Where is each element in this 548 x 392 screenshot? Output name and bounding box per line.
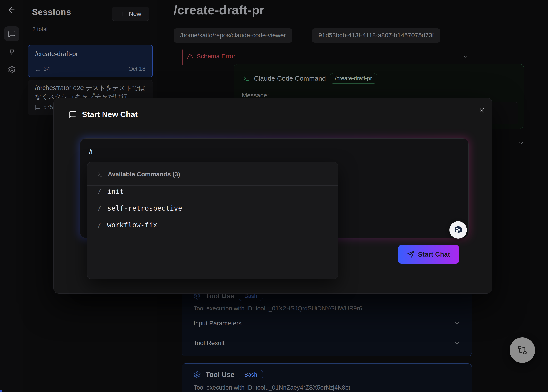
start-chat-label: Start Chat <box>418 251 450 258</box>
close-icon <box>478 107 485 114</box>
app-root: Sessions New 2 total /create-draft-pr 34… <box>0 0 548 392</box>
input-parameters-section[interactable]: Input Parameters <box>194 320 460 327</box>
modal-title: Start New Chat <box>82 110 138 119</box>
back-button[interactable] <box>6 4 17 16</box>
share-chat-icon <box>453 225 463 235</box>
command-badge: /create-draft-pr <box>330 73 377 84</box>
session-message-count: 34 <box>35 65 50 72</box>
tool-execution-id: Tool execution with ID: toolu_01NnZaey4r… <box>194 384 350 391</box>
start-new-chat-modal: Start New Chat /i Available Commands (3)… <box>53 98 492 294</box>
session-count-value: 575 <box>43 104 53 111</box>
sessions-divider <box>23 42 157 42</box>
command-item-self-retrospective[interactable]: / self-retrospective <box>98 204 182 212</box>
session-count-value: 34 <box>44 65 50 72</box>
arrow-left-icon <box>7 5 16 14</box>
chat-bubble-icon <box>35 104 41 110</box>
slash-prefix: / <box>98 188 101 195</box>
slash-prefix: / <box>98 204 101 212</box>
rail-divider <box>0 22 23 22</box>
message-input-value: /i <box>89 147 92 155</box>
chat-bubble-icon <box>8 30 16 38</box>
warning-triangle-icon <box>187 53 194 60</box>
icon-rail <box>0 0 23 392</box>
nav-sessions-button[interactable] <box>4 26 19 41</box>
plus-icon <box>120 11 126 17</box>
schema-error-bar <box>182 49 183 65</box>
command-card-title: Claude Code Command <box>254 75 326 82</box>
gear-icon <box>8 66 16 74</box>
command-name: self-retrospective <box>107 204 182 212</box>
tool-result-section[interactable]: Tool Result <box>194 339 460 347</box>
chat-bubble-icon <box>35 66 41 72</box>
command-item-init[interactable]: / init <box>98 187 124 195</box>
terminal-icon <box>97 171 103 177</box>
terminal-icon <box>243 75 250 82</box>
session-date: Oct 18 <box>128 65 146 72</box>
tool-badge-bash: Bash <box>239 370 263 379</box>
sessions-total: 2 total <box>32 26 48 32</box>
modal-header: Start New Chat <box>69 110 138 119</box>
session-message-count: 575 <box>35 104 53 111</box>
page-title: /create-draft-pr <box>174 3 264 17</box>
close-button[interactable] <box>477 105 487 116</box>
chevron-down-icon <box>454 340 460 346</box>
chevron-down-icon <box>454 321 460 326</box>
slash-prefix: / <box>98 221 101 229</box>
nav-mcp-button[interactable] <box>4 44 19 59</box>
session-id-chip[interactable]: 91d53bcb-413f-4118-a807-b1457075d73f <box>312 28 440 43</box>
commands-dropdown-header: Available Commands (3) <box>97 171 180 178</box>
plug-icon <box>8 47 16 55</box>
command-name: workflow-fix <box>107 221 157 229</box>
command-name: init <box>107 187 124 195</box>
schema-error-label: Schema Error <box>197 53 235 60</box>
tool-result-label: Tool Result <box>194 339 225 347</box>
available-commands-label: Available Commands (3) <box>108 171 180 178</box>
bottom-left-accent <box>0 390 2 392</box>
session-title: /create-draft-pr <box>35 50 147 58</box>
commands-dropdown: Available Commands (3) / init / self-ret… <box>87 162 338 279</box>
tool-use-card: Tool Use Bash Tool execution with ID: to… <box>182 287 472 357</box>
send-icon <box>407 251 414 258</box>
input-parameters-label: Input Parameters <box>194 320 242 327</box>
git-compare-icon <box>517 345 527 355</box>
start-chat-button[interactable]: Start Chat <box>398 245 459 264</box>
gear-icon <box>194 371 201 378</box>
sessions-title: Sessions <box>32 7 71 17</box>
git-compare-fab[interactable] <box>510 337 535 363</box>
dropdown-divider <box>87 185 338 186</box>
extension-badge[interactable] <box>450 221 467 239</box>
session-card-create-draft-pr[interactable]: /create-draft-pr 34 Oct 18 <box>28 45 153 77</box>
tool-execution-id: Tool execution with ID: toolu_01X2HSJQrd… <box>194 305 362 312</box>
new-session-button[interactable]: New <box>112 7 149 21</box>
schema-error[interactable]: Schema Error <box>187 53 235 60</box>
tool-use-card: Tool Use Bash Tool execution with ID: to… <box>182 363 472 392</box>
chevron-down-icon[interactable] <box>518 140 524 146</box>
nav-settings-button[interactable] <box>4 62 19 77</box>
command-item-workflow-fix[interactable]: / workflow-fix <box>98 221 157 229</box>
repo-path-chip[interactable]: /home/kaito/repos/claude-code-viewer <box>174 28 292 43</box>
new-session-label: New <box>129 10 141 17</box>
chevron-down-icon[interactable] <box>463 54 469 60</box>
chat-bubble-icon <box>69 110 77 119</box>
tool-use-title: Tool Use <box>206 371 234 379</box>
